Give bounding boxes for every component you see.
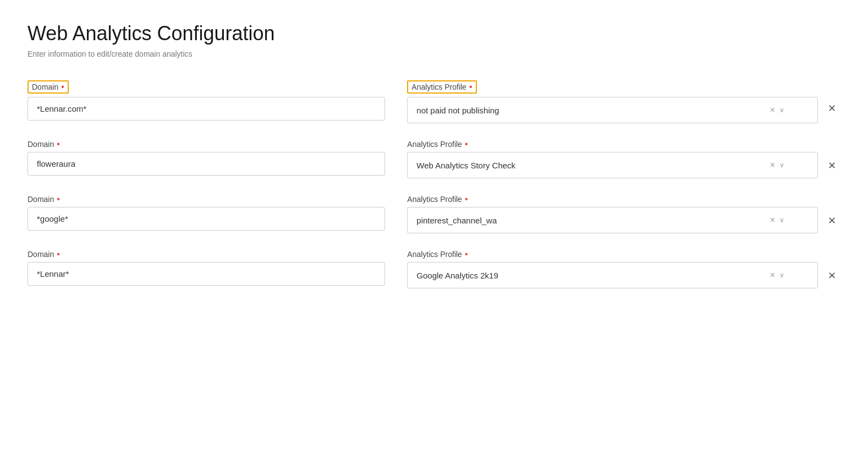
config-rows-container: Domain•Analytics Profile• not paid not p…	[28, 80, 840, 288]
delete-icon-2: ✕	[828, 215, 836, 227]
profile-required-2: •	[465, 195, 468, 204]
domain-label-2: Domain•	[28, 195, 385, 204]
profile-group-1: Analytics Profile• Web Analytics Story C…	[407, 140, 840, 178]
profile-group-0: Analytics Profile• not paid not publishi…	[407, 80, 840, 123]
delete-icon-1: ✕	[828, 160, 836, 172]
domain-required-0: •	[61, 83, 64, 91]
domain-input-2[interactable]	[28, 207, 385, 231]
profile-select-display-3[interactable]: Google Analytics 2k19 × ∨	[407, 262, 818, 288]
profile-inner-2: Analytics Profile• pinterest_channel_wa …	[407, 195, 818, 233]
domain-label-0: Domain•	[28, 80, 385, 94]
config-row-0: Domain•Analytics Profile• not paid not p…	[28, 80, 840, 123]
profile-inner-3: Analytics Profile• Google Analytics 2k19…	[407, 250, 818, 288]
config-row-2: Domain•Analytics Profile• pinterest_chan…	[28, 195, 840, 233]
profile-label-0: Analytics Profile•	[407, 80, 818, 94]
domain-label-text-2: Domain	[28, 195, 54, 204]
profile-value-0: not paid not publishing	[416, 106, 770, 115]
select-arrow-1[interactable]: ∨	[779, 161, 784, 169]
profile-label-3: Analytics Profile•	[407, 250, 818, 259]
profile-value-3: Google Analytics 2k19	[416, 271, 770, 280]
select-icons-2: × ∨	[770, 216, 784, 225]
select-icons-0: × ∨	[770, 106, 784, 114]
select-clear-1[interactable]: ×	[770, 161, 775, 170]
page-title: Web Analytics Configuration	[28, 22, 840, 45]
profile-select-display-0[interactable]: not paid not publishing × ∨	[407, 97, 818, 123]
delete-icon-3: ✕	[828, 270, 836, 282]
profile-select-0[interactable]: not paid not publishing × ∨	[407, 97, 818, 123]
select-clear-2[interactable]: ×	[770, 216, 775, 225]
delete-icon-0: ✕	[828, 102, 836, 114]
profile-select-display-1[interactable]: Web Analytics Story Check × ∨	[407, 152, 818, 178]
select-arrow-3[interactable]: ∨	[779, 271, 784, 279]
profile-label-text-3: Analytics Profile	[407, 250, 462, 259]
domain-label-1: Domain•	[28, 140, 385, 149]
domain-label-text-0: Domain	[32, 83, 58, 91]
domain-input-1[interactable]	[28, 152, 385, 176]
domain-group-1: Domain•	[28, 140, 385, 176]
domain-group-3: Domain•	[28, 250, 385, 286]
domain-required-2: •	[57, 195, 60, 204]
row-delete-2[interactable]: ✕	[823, 210, 840, 231]
domain-required-1: •	[57, 140, 60, 149]
profile-label-2: Analytics Profile•	[407, 195, 818, 204]
select-icons-1: × ∨	[770, 161, 784, 170]
profile-label-text-1: Analytics Profile	[407, 140, 462, 149]
profile-inner-0: Analytics Profile• not paid not publishi…	[407, 80, 818, 123]
profile-group-2: Analytics Profile• pinterest_channel_wa …	[407, 195, 840, 233]
select-arrow-2[interactable]: ∨	[779, 216, 784, 224]
profile-label-1: Analytics Profile•	[407, 140, 818, 149]
profile-required-0: •	[469, 83, 473, 91]
profile-inner-1: Analytics Profile• Web Analytics Story C…	[407, 140, 818, 178]
profile-select-3[interactable]: Google Analytics 2k19 × ∨	[407, 262, 818, 288]
domain-label-3: Domain•	[28, 250, 385, 259]
domain-input-0[interactable]	[28, 97, 385, 121]
profile-select-2[interactable]: pinterest_channel_wa × ∨	[407, 207, 818, 233]
config-row-1: Domain•Analytics Profile• Web Analytics …	[28, 140, 840, 178]
row-delete-1[interactable]: ✕	[823, 155, 840, 176]
profile-value-1: Web Analytics Story Check	[416, 161, 770, 170]
profile-label-text-0: Analytics Profile	[411, 83, 466, 91]
profile-select-1[interactable]: Web Analytics Story Check × ∨	[407, 152, 818, 178]
profile-value-2: pinterest_channel_wa	[416, 216, 770, 225]
domain-required-3: •	[57, 250, 60, 259]
domain-group-0: Domain•	[28, 80, 385, 121]
profile-select-display-2[interactable]: pinterest_channel_wa × ∨	[407, 207, 818, 233]
profile-label-text-2: Analytics Profile	[407, 195, 462, 204]
domain-label-text-1: Domain	[28, 140, 54, 149]
config-row-3: Domain•Analytics Profile• Google Analyti…	[28, 250, 840, 288]
row-delete-3[interactable]: ✕	[823, 265, 840, 286]
select-clear-0[interactable]: ×	[770, 106, 775, 114]
page-subtitle: Enter information to edit/create domain …	[28, 50, 840, 58]
profile-required-3: •	[465, 250, 468, 259]
row-delete-0[interactable]: ✕	[823, 98, 840, 119]
select-icons-3: × ∨	[770, 271, 784, 280]
select-clear-3[interactable]: ×	[770, 271, 775, 280]
domain-input-3[interactable]	[28, 262, 385, 286]
profile-required-1: •	[465, 140, 468, 149]
domain-label-text-3: Domain	[28, 250, 54, 259]
select-arrow-0[interactable]: ∨	[779, 106, 784, 114]
profile-group-3: Analytics Profile• Google Analytics 2k19…	[407, 250, 840, 288]
domain-group-2: Domain•	[28, 195, 385, 231]
